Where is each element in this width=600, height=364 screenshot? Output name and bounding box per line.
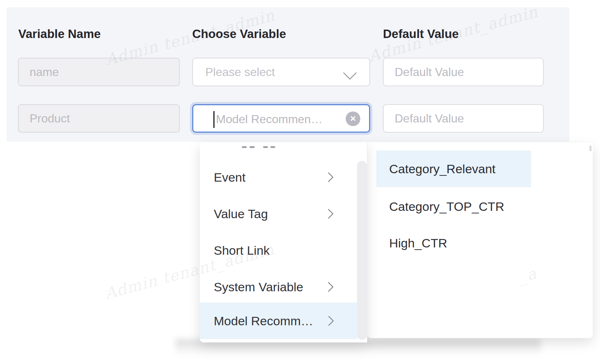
submenu-item-label: High_CTR xyxy=(389,236,447,250)
submenu-item-label: Category_Relevant xyxy=(389,162,495,176)
submenu-scrollbar-thumb[interactable] xyxy=(589,145,592,151)
menu-item-system-variable[interactable]: System Variable xyxy=(200,269,357,304)
submenu-item-category-top-ctr[interactable]: Category_TOP_CTR xyxy=(367,188,572,225)
menu-item-label: Short Link xyxy=(214,243,270,258)
combobox-search-input[interactable] xyxy=(215,107,337,132)
clipped-menu-item-fragment xyxy=(250,146,255,148)
column-label-variable-name: Variable Name xyxy=(18,27,101,41)
chevron-right-icon xyxy=(324,316,334,326)
menu-item-short-link[interactable]: Short Link xyxy=(200,233,357,268)
variable-name-input-row1[interactable] xyxy=(18,58,180,86)
clipped-menu-item-fragment xyxy=(263,146,268,148)
menu-item-value-tag[interactable]: Value Tag xyxy=(200,196,357,231)
text-cursor xyxy=(213,111,214,128)
menu-item-model-recommend-active[interactable]: Model Recomm… xyxy=(200,303,357,339)
chevron-right-icon xyxy=(323,209,334,219)
menu-item-label: Value Tag xyxy=(214,207,268,221)
chevron-down-icon xyxy=(343,66,357,80)
menu-item-label: Event xyxy=(214,170,246,185)
cascader-menu-level1: Event Value Tag Short Link System Variab… xyxy=(200,143,367,342)
column-label-default-value: Default Value xyxy=(383,27,459,41)
choose-variable-select-row1[interactable]: Please select xyxy=(192,58,370,86)
page: Variable Name Choose Variable Default Va… xyxy=(0,0,600,364)
default-value-input-row2[interactable] xyxy=(383,104,544,133)
clipped-menu-item-fragment xyxy=(242,146,247,148)
cascader-menu-level2: Category_Relevant Category_TOP_CTR High_… xyxy=(367,143,593,338)
menu-item-label: System Variable xyxy=(214,280,303,294)
dropdown-scrollbar-thumb[interactable] xyxy=(357,161,367,340)
submenu-item-label: Category_TOP_CTR xyxy=(389,200,504,214)
choose-variable-combobox-row2-focused[interactable]: ✕ xyxy=(192,104,370,133)
variable-name-input-row2[interactable] xyxy=(18,104,180,133)
default-value-input-row1[interactable] xyxy=(383,58,544,86)
menu-item-event[interactable]: Event xyxy=(200,160,357,195)
menu-item-label: Model Recomm… xyxy=(214,314,313,328)
select-placeholder: Please select xyxy=(205,65,275,79)
submenu-item-category-relevant[interactable]: Category_Relevant xyxy=(367,151,572,187)
column-label-choose-variable: Choose Variable xyxy=(192,27,286,41)
clipped-menu-item-fragment xyxy=(270,146,275,148)
chevron-right-icon xyxy=(323,282,334,292)
clear-icon[interactable]: ✕ xyxy=(346,111,360,126)
chevron-right-icon xyxy=(323,172,334,182)
submenu-item-high-ctr[interactable]: High_CTR xyxy=(367,225,572,261)
